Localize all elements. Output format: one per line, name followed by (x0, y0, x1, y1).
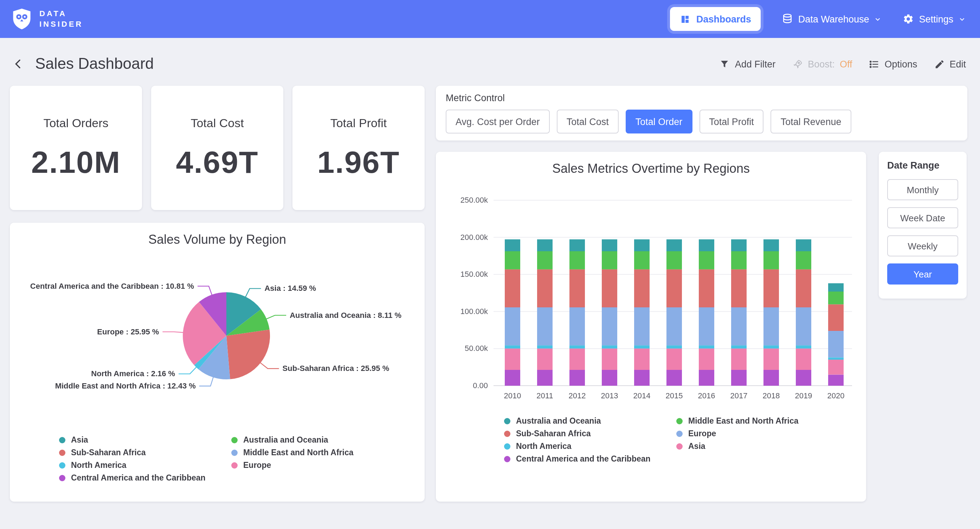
bar-segment-2019-central-america-and-the-caribbean[interactable] (796, 370, 811, 386)
bar-segment-2019-sub-saharan-africa[interactable] (796, 269, 811, 307)
nav-settings[interactable]: Settings (903, 13, 966, 25)
bar-segment-2010-australia-and-oceania[interactable] (505, 239, 520, 251)
pie-slice-sub-saharan-africa[interactable] (226, 329, 270, 379)
nav-data-warehouse[interactable]: Data Warehouse (782, 13, 882, 25)
bar-segment-2017-australia-and-oceania[interactable] (731, 239, 746, 251)
edit-button[interactable]: Edit (934, 59, 966, 69)
bar-segment-2014-north-america[interactable] (634, 345, 649, 348)
bar-segment-2015-sub-saharan-africa[interactable] (667, 269, 682, 307)
nav-dashboards[interactable]: Dashboards (670, 7, 761, 31)
bar-segment-2017-asia[interactable] (731, 348, 746, 370)
legend-item-north-america[interactable]: North America (59, 461, 231, 469)
bar-segment-2019-asia[interactable] (796, 348, 811, 370)
legend-item-asia[interactable]: Asia (59, 435, 231, 444)
bar-segment-2015-australia-and-oceania[interactable] (667, 239, 682, 251)
legend-item-middle-east-and-north-africa[interactable]: Middle East and North Africa (676, 416, 838, 425)
metric-button-total-cost[interactable]: Total Cost (557, 110, 619, 133)
bar-segment-2018-australia-and-oceania[interactable] (764, 239, 779, 251)
bar-segment-2010-middle-east-and-north-africa[interactable] (505, 251, 520, 269)
metric-button-total-profit[interactable]: Total Profit (699, 110, 764, 133)
bar-segment-2013-australia-and-oceania[interactable] (602, 239, 617, 251)
legend-item-asia[interactable]: Asia (676, 442, 838, 450)
bar-segment-2018-asia[interactable] (764, 348, 779, 370)
bar-segment-2016-asia[interactable] (699, 348, 714, 370)
metric-button-total-order[interactable]: Total Order (626, 110, 692, 133)
bar-segment-2020-north-america[interactable] (828, 357, 844, 360)
boost-toggle[interactable]: Boost: Off (792, 59, 852, 69)
legend-item-north-america[interactable]: North America (504, 442, 676, 450)
bar-segment-2015-middle-east-and-north-africa[interactable] (667, 251, 682, 269)
bar-segment-2010-asia[interactable] (505, 348, 520, 370)
metric-button-avg-cost-per-order[interactable]: Avg. Cost per Order (446, 110, 550, 133)
bar-segment-2010-central-america-and-the-caribbean[interactable] (505, 370, 520, 386)
legend-item-europe[interactable]: Europe (231, 461, 393, 469)
legend-item-central-america-and-the-caribbean[interactable]: Central America and the Caribbean (504, 454, 676, 463)
bar-segment-2016-north-america[interactable] (699, 345, 714, 348)
legend-item-sub-saharan-africa[interactable]: Sub-Saharan Africa (504, 429, 676, 438)
bar-segment-2011-australia-and-oceania[interactable] (537, 239, 552, 251)
bar-segment-2011-europe[interactable] (537, 307, 552, 345)
bar-segment-2011-sub-saharan-africa[interactable] (537, 269, 552, 307)
bar-segment-2011-middle-east-and-north-africa[interactable] (537, 251, 552, 269)
bar-segment-2012-sub-saharan-africa[interactable] (570, 269, 585, 307)
legend-item-middle-east-and-north-africa[interactable]: Middle East and North Africa (231, 448, 393, 457)
bar-segment-2019-north-america[interactable] (796, 345, 811, 348)
bar-segment-2016-australia-and-oceania[interactable] (699, 239, 714, 251)
legend-item-australia-and-oceania[interactable]: Australia and Oceania (504, 416, 676, 425)
bar-segment-2015-europe[interactable] (667, 307, 682, 345)
bar-segment-2010-sub-saharan-africa[interactable] (505, 269, 520, 307)
add-filter-button[interactable]: Add Filter (719, 59, 776, 69)
bar-segment-2018-central-america-and-the-caribbean[interactable] (764, 370, 779, 386)
bar-segment-2013-asia[interactable] (602, 348, 617, 370)
bar-segment-2017-europe[interactable] (731, 307, 746, 345)
bar-segment-2011-north-america[interactable] (537, 345, 552, 348)
bar-segment-2014-asia[interactable] (634, 348, 649, 370)
bar-segment-2016-middle-east-and-north-africa[interactable] (699, 251, 714, 269)
legend-item-sub-saharan-africa[interactable]: Sub-Saharan Africa (59, 448, 231, 457)
bar-segment-2020-sub-saharan-africa[interactable] (828, 304, 844, 331)
bar-segment-2015-asia[interactable] (667, 348, 682, 370)
bar-segment-2018-sub-saharan-africa[interactable] (764, 269, 779, 307)
bar-segment-2011-central-america-and-the-caribbean[interactable] (537, 370, 552, 386)
bar-segment-2013-europe[interactable] (602, 307, 617, 345)
back-button[interactable] (11, 57, 25, 71)
date-range-button-monthly[interactable]: Monthly (887, 179, 958, 200)
bar-segment-2019-middle-east-and-north-africa[interactable] (796, 251, 811, 269)
bar-segment-2016-central-america-and-the-caribbean[interactable] (699, 370, 714, 386)
bar-segment-2012-middle-east-and-north-africa[interactable] (570, 251, 585, 269)
bar-segment-2012-europe[interactable] (570, 307, 585, 345)
bar-segment-2018-europe[interactable] (764, 307, 779, 345)
bar-segment-2014-europe[interactable] (634, 307, 649, 345)
legend-item-australia-and-oceania[interactable]: Australia and Oceania (231, 435, 393, 444)
bar-segment-2010-europe[interactable] (505, 307, 520, 345)
bar-segment-2019-australia-and-oceania[interactable] (796, 239, 811, 251)
bar-segment-2011-asia[interactable] (537, 348, 552, 370)
bar-segment-2017-sub-saharan-africa[interactable] (731, 269, 746, 307)
bar-segment-2020-central-america-and-the-caribbean[interactable] (828, 375, 844, 386)
options-button[interactable]: Options (869, 59, 917, 69)
bar-segment-2015-north-america[interactable] (667, 345, 682, 348)
date-range-button-weekly[interactable]: Weekly (887, 235, 958, 256)
bar-segment-2013-middle-east-and-north-africa[interactable] (602, 251, 617, 269)
bar-segment-2017-middle-east-and-north-africa[interactable] (731, 251, 746, 269)
bar-segment-2013-north-america[interactable] (602, 345, 617, 348)
metric-button-total-revenue[interactable]: Total Revenue (771, 110, 851, 133)
bar-segment-2012-north-america[interactable] (570, 345, 585, 348)
bar-segment-2020-australia-and-oceania[interactable] (828, 283, 844, 292)
bar-segment-2012-asia[interactable] (570, 348, 585, 370)
bar-segment-2014-sub-saharan-africa[interactable] (634, 269, 649, 307)
bar-segment-2014-central-america-and-the-caribbean[interactable] (634, 370, 649, 386)
bar-segment-2010-north-america[interactable] (505, 345, 520, 348)
bar-segment-2016-europe[interactable] (699, 307, 714, 345)
legend-item-central-america-and-the-caribbean[interactable]: Central America and the Caribbean (59, 473, 231, 482)
bar-segment-2015-central-america-and-the-caribbean[interactable] (667, 370, 682, 386)
bar-segment-2020-asia[interactable] (828, 360, 844, 375)
bar-segment-2013-central-america-and-the-caribbean[interactable] (602, 370, 617, 386)
date-range-button-year[interactable]: Year (887, 264, 958, 284)
legend-item-europe[interactable]: Europe (676, 429, 838, 438)
bar-segment-2012-central-america-and-the-caribbean[interactable] (570, 370, 585, 386)
bar-segment-2018-north-america[interactable] (764, 345, 779, 348)
bar-segment-2020-europe[interactable] (828, 331, 844, 357)
bar-segment-2020-middle-east-and-north-africa[interactable] (828, 292, 844, 304)
bar-segment-2019-europe[interactable] (796, 307, 811, 345)
